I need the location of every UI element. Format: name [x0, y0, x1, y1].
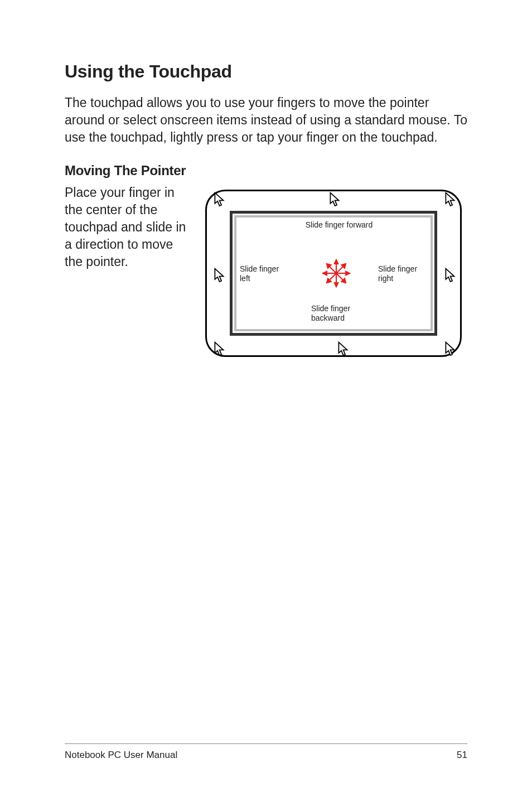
cursor-icon: [214, 268, 226, 283]
cursor-icon: [214, 192, 226, 207]
label-left: Slide finger left: [240, 264, 290, 283]
footer-title: Notebook PC User Manual: [65, 750, 177, 761]
cursor-icon: [214, 341, 226, 357]
label-back-line2: backward: [311, 313, 345, 322]
label-right-line2: right: [378, 274, 393, 283]
two-column-layout: Place your finger in the center of the t…: [65, 184, 467, 363]
section-heading: Using the Touchpad: [65, 61, 467, 82]
label-right-line1: Slide finger: [378, 264, 417, 273]
cursor-icon: [445, 192, 457, 207]
svg-marker-5: [323, 272, 327, 275]
label-left-line2: left: [240, 274, 250, 283]
label-right: Slide finger right: [378, 264, 428, 283]
page-footer: Notebook PC User Manual 51: [65, 743, 467, 761]
svg-marker-1: [335, 260, 338, 264]
subsection-heading: Moving The Pointer: [65, 163, 467, 178]
cursor-icon: [330, 192, 342, 207]
label-backward: Slide finger backward: [311, 304, 378, 323]
label-back-line1: Slide finger: [311, 304, 350, 313]
touchpad-diagram: Slide finger forward Slide finger left S…: [200, 184, 467, 363]
svg-marker-7: [346, 272, 350, 275]
svg-marker-3: [335, 283, 338, 287]
cursor-icon: [338, 341, 350, 357]
cursor-icon: [445, 341, 457, 357]
page-content: Using the Touchpad The touchpad allows y…: [0, 0, 532, 363]
subsection-text: Place your finger in the center of the t…: [65, 184, 188, 270]
compass-arrows-icon: [322, 259, 351, 288]
intro-paragraph: The touchpad allows you to use your fing…: [65, 94, 467, 146]
label-forward: Slide finger forward: [289, 220, 389, 230]
footer-page-number: 51: [457, 750, 467, 761]
label-left-line1: Slide finger: [240, 264, 279, 273]
diagram-column: Slide finger forward Slide finger left S…: [200, 184, 467, 363]
cursor-icon: [445, 268, 457, 283]
